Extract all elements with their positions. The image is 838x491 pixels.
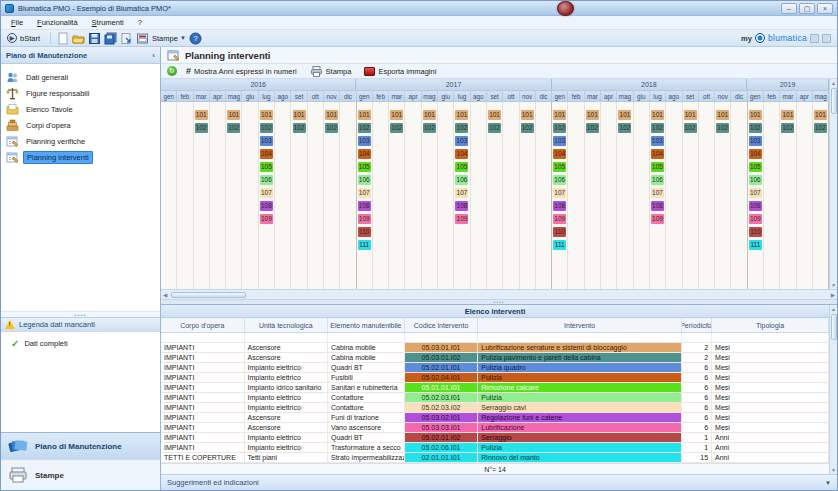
intervention-block-107[interactable]: 107 — [651, 188, 664, 198]
intervention-block-104[interactable]: 104 — [260, 149, 273, 159]
intervention-block-101[interactable]: 101 — [423, 110, 436, 120]
collapse-sidebar-icon[interactable]: ‹ — [152, 51, 155, 60]
intervention-block-109[interactable]: 109 — [260, 214, 273, 224]
sidebar-item-planning-interventi[interactable]: Planning interventi — [4, 149, 157, 165]
table-row[interactable]: IMPIANTIImpianto elettricoTrasformatore … — [161, 443, 829, 453]
scroll-up-icon[interactable]: ▲ — [831, 79, 836, 87]
intervention-block-108[interactable]: 108 — [651, 201, 664, 211]
new-document-icon[interactable] — [56, 32, 69, 45]
sidebar-item-figure-responsabili[interactable]: Figure responsabili — [4, 85, 157, 101]
grid-vertical-scrollbar[interactable]: ▲ ▼ — [829, 79, 837, 289]
table-row[interactable]: IMPIANTIImpianto elettricoFusibili05.02.… — [161, 373, 829, 383]
filter-cell-0[interactable] — [161, 333, 245, 342]
save-icon[interactable] — [88, 32, 101, 45]
intervention-block-101[interactable]: 101 — [488, 110, 501, 120]
intervention-block-101[interactable]: 101 — [455, 110, 468, 120]
intervention-block-107[interactable]: 107 — [260, 188, 273, 198]
print-report-icon[interactable] — [136, 32, 149, 45]
intervention-block-102[interactable]: 102 — [227, 123, 240, 133]
intervention-block-102[interactable]: 102 — [521, 123, 534, 133]
intervention-block-105[interactable]: 105 — [553, 162, 566, 172]
intervention-block-102[interactable]: 102 — [293, 123, 306, 133]
filter-cell-1[interactable] — [245, 333, 329, 342]
export-file-icon[interactable] — [120, 32, 133, 45]
brand-extra-icon[interactable] — [810, 34, 819, 43]
intervention-block-101[interactable]: 101 — [586, 110, 599, 120]
intervention-block-106[interactable]: 106 — [651, 175, 664, 185]
help-icon[interactable]: ? — [189, 32, 202, 45]
intervention-block-101[interactable]: 101 — [684, 110, 697, 120]
table-scroll-up-icon[interactable]: ▲ — [831, 305, 836, 313]
column-header-4[interactable]: Intervento — [478, 318, 682, 332]
filter-cell-4[interactable] — [478, 333, 682, 342]
filter-cell-3[interactable] — [405, 333, 478, 342]
my-blumatica-brand[interactable]: my blumatica — [741, 33, 833, 43]
intervention-block-103[interactable]: 103 — [455, 136, 468, 146]
intervention-block-107[interactable]: 107 — [358, 188, 371, 198]
intervention-block-106[interactable]: 106 — [455, 175, 468, 185]
intervention-block-107[interactable]: 107 — [749, 188, 762, 198]
sidebar-item-dati-generali[interactable]: Dati generali — [4, 69, 157, 85]
intervention-block-101[interactable]: 101 — [651, 110, 664, 120]
column-header-3[interactable]: Codice intervento — [405, 318, 478, 332]
intervention-block-110[interactable]: 110 — [749, 227, 762, 237]
table-vertical-scrollbar[interactable]: ▲ ▼ — [829, 305, 837, 474]
table-row[interactable]: IMPIANTIImpianto idrico sanitarioSanitar… — [161, 383, 829, 393]
intervention-block-110[interactable]: 110 — [358, 227, 371, 237]
column-header-6[interactable]: Tipologia — [712, 318, 829, 332]
intervention-block-101[interactable]: 101 — [293, 110, 306, 120]
intervention-block-102[interactable]: 102 — [455, 123, 468, 133]
scroll-right-icon[interactable]: ▶ — [831, 292, 835, 298]
table-row[interactable]: TETTI E COPERTURETetti pianiStrato imper… — [161, 453, 829, 463]
intervention-block-107[interactable]: 107 — [553, 188, 566, 198]
intervention-block-102[interactable]: 102 — [618, 123, 631, 133]
intervention-block-102[interactable]: 102 — [781, 123, 794, 133]
stampa-button[interactable]: Stampa — [306, 65, 356, 78]
intervention-block-105[interactable]: 105 — [358, 162, 371, 172]
esporta-immagini-button[interactable]: Esporta immagini — [360, 67, 440, 76]
table-row[interactable]: IMPIANTIAscensoreCabina mobile05.03.01.I… — [161, 353, 829, 363]
intervention-block-101[interactable]: 101 — [814, 110, 827, 120]
intervention-block-106[interactable]: 106 — [553, 175, 566, 185]
column-header-5[interactable]: Periodicità — [682, 318, 712, 332]
intervention-block-103[interactable]: 103 — [651, 136, 664, 146]
grid-horizontal-scrollbar[interactable]: ◀ ▶ — [161, 289, 837, 299]
sidebar-item-elenco-tavole[interactable]: Elenco Tavole — [4, 101, 157, 117]
intervention-block-102[interactable]: 102 — [651, 123, 664, 133]
intervention-block-108[interactable]: 108 — [553, 201, 566, 211]
intervention-block-108[interactable]: 108 — [260, 201, 273, 211]
intervention-block-101[interactable]: 101 — [227, 110, 240, 120]
intervention-block-102[interactable]: 102 — [684, 123, 697, 133]
intervention-block-111[interactable]: 111 — [553, 240, 566, 250]
intervention-block-102[interactable]: 102 — [325, 123, 338, 133]
menu-item-strumenti[interactable]: Strumenti — [86, 17, 130, 28]
column-header-0[interactable]: Corpo d'opera — [161, 318, 245, 332]
table-row[interactable]: IMPIANTIImpianto elettricoContattore05.0… — [161, 403, 829, 413]
intervention-block-101[interactable]: 101 — [716, 110, 729, 120]
table-row[interactable]: IMPIANTIImpianto elettricoQuadri BT05.02… — [161, 363, 829, 373]
table-scroll-down-icon[interactable]: ▼ — [831, 466, 836, 474]
menu-item-?[interactable]: ? — [132, 17, 148, 28]
intervention-block-101[interactable]: 101 — [325, 110, 338, 120]
filter-cell-2[interactable] — [328, 333, 405, 342]
intervention-block-101[interactable]: 101 — [521, 110, 534, 120]
nav-piano-di-manutenzione[interactable]: Piano di Manutenzione — [1, 432, 160, 459]
intervention-block-109[interactable]: 109 — [358, 214, 371, 224]
intervention-block-104[interactable]: 104 — [455, 149, 468, 159]
intervention-block-108[interactable]: 108 — [749, 201, 762, 211]
intervention-block-101[interactable]: 101 — [260, 110, 273, 120]
maximize-button[interactable]: ▢ — [799, 3, 815, 14]
intervention-block-104[interactable]: 104 — [651, 149, 664, 159]
intervention-block-101[interactable]: 101 — [749, 110, 762, 120]
intervention-block-104[interactable]: 104 — [358, 149, 371, 159]
intervention-block-105[interactable]: 105 — [651, 162, 664, 172]
intervention-block-107[interactable]: 107 — [455, 188, 468, 198]
intervention-block-103[interactable]: 103 — [358, 136, 371, 146]
intervention-block-104[interactable]: 104 — [749, 149, 762, 159]
intervention-block-102[interactable]: 102 — [423, 123, 436, 133]
intervention-block-101[interactable]: 101 — [618, 110, 631, 120]
table-filter-row[interactable] — [161, 333, 829, 343]
intervention-block-109[interactable]: 109 — [455, 214, 468, 224]
intervention-block-108[interactable]: 108 — [358, 201, 371, 211]
menu-item-funzionalit[interactable]: Funzionalità — [31, 17, 83, 28]
